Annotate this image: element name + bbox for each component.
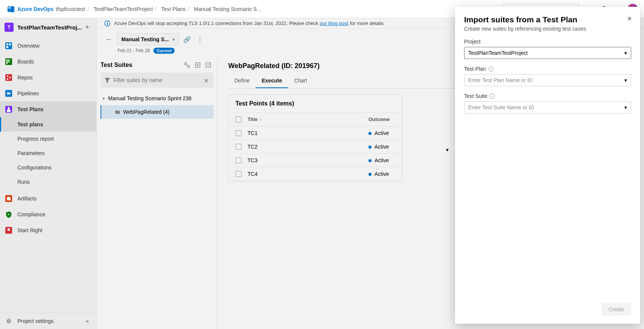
testsuite-dropdown[interactable]: Enter Test Suite Name or ID ▾ [464, 101, 631, 113]
svg-rect-8 [6, 59, 8, 64]
testplan-dropdown[interactable]: Enter Test Plan Name or ID ▾ [464, 74, 631, 86]
row-checkbox[interactable] [235, 144, 242, 150]
more-actions-button[interactable]: ⋮ [195, 35, 204, 44]
chevron-down-icon: ▾ [624, 104, 627, 110]
filter-icon [104, 77, 110, 83]
svg-point-11 [7, 75, 8, 77]
panel-subtitle: Create new suites by referencing existin… [464, 26, 631, 32]
import-panel: ✕ Import suites from a Test Plan Create … [455, 7, 640, 324]
sidebar-item-label: Artifacts [17, 196, 37, 202]
project-row[interactable]: T TestPlanTeamTestProj... + [0, 18, 96, 36]
caret-down-icon: ▾ [103, 96, 108, 101]
chevron-down-icon: ▾ [173, 37, 175, 42]
project-value: TestPlanTeamTestProject [468, 50, 528, 56]
tree-root-node[interactable]: ▾ Manual Testing Scenario Sprint 236 [101, 92, 214, 105]
brand-link[interactable]: Azure DevOps [17, 6, 54, 12]
tree-child-node[interactable]: WebPagRelated (4) [101, 105, 214, 119]
table-row[interactable]: TC1Active [229, 126, 402, 140]
subnav-progress[interactable]: Progress report [0, 132, 96, 146]
subnav-configurations[interactable]: Configurations [0, 160, 96, 175]
azure-devops-logo-icon [6, 5, 14, 13]
column-title[interactable]: Title ↑ [248, 116, 368, 122]
breadcrumb-project[interactable]: TestPlanTeamTestProject [93, 6, 153, 12]
remove-suite-button[interactable] [203, 60, 214, 70]
add-suite-button[interactable] [192, 60, 203, 70]
testplans-icon [5, 105, 13, 113]
row-title: TC1 [248, 130, 368, 136]
subnav-runs[interactable]: Runs [0, 175, 96, 189]
test-suites-panel: Test Suites ✕ ▾ Manual Testing Scenario … [97, 57, 218, 329]
artifacts-icon [5, 194, 13, 203]
dates-text: Feb 21 - Feb 28 [118, 48, 150, 53]
overview-icon [5, 42, 13, 50]
breadcrumb-section[interactable]: Test Plans [161, 6, 186, 12]
row-checkbox[interactable] [235, 171, 242, 177]
filter-input[interactable] [113, 77, 204, 83]
project-settings-link[interactable]: Project settings « [0, 313, 96, 329]
info-icon[interactable]: i [489, 93, 495, 99]
project-name: TestPlanTeamTestProj... [17, 24, 83, 31]
repos-icon [5, 73, 13, 82]
svg-rect-9 [8, 59, 9, 62]
subnav-testplans[interactable]: Test plans [0, 117, 96, 132]
sidebar-item-compliance[interactable]: Compliance [0, 206, 96, 222]
svg-rect-24 [185, 63, 187, 65]
table-row[interactable]: TC3Active [229, 154, 402, 167]
breadcrumb-page[interactable]: Manual Testing Scenario S... [194, 6, 261, 12]
breadcrumb-org[interactable]: tfspfcusctest [56, 6, 85, 12]
copy-link-button[interactable]: 🔗 [183, 35, 192, 44]
pipelines-icon [5, 89, 13, 98]
svg-rect-5 [9, 43, 11, 45]
sidebar-item-repos[interactable]: Repos [0, 70, 96, 85]
sidebar-item-label: Compliance [17, 211, 45, 217]
sidebar-item-boards[interactable]: Boards [0, 54, 96, 70]
row-checkbox[interactable] [235, 130, 242, 136]
add-button[interactable]: + [83, 23, 92, 32]
project-dropdown[interactable]: TestPlanTeamTestProject ▾ [464, 47, 631, 59]
svg-rect-4 [6, 43, 8, 45]
sidebar-item-testplans[interactable]: Test Plans [0, 101, 96, 117]
plan-dropdown[interactable]: Manual Testing S... ▾ [117, 33, 179, 45]
svg-rect-17 [7, 197, 11, 200]
column-title-label: Title [248, 116, 258, 122]
sidebar-item-startright[interactable]: Start Right [0, 222, 96, 238]
row-title: TC3 [248, 157, 368, 163]
row-title: TC4 [248, 171, 368, 177]
clear-icon[interactable]: ✕ [204, 77, 210, 83]
row-outcome: Active [368, 157, 395, 163]
row-outcome: Active [368, 130, 395, 136]
table-row[interactable]: TC2Active [229, 140, 402, 154]
filter-suites-box[interactable]: ✕ [101, 73, 214, 88]
select-all-checkbox[interactable] [235, 116, 242, 123]
row-checkbox[interactable] [235, 157, 242, 163]
notice-link[interactable]: our blog post [320, 20, 348, 26]
chevron-down-icon: ▾ [624, 77, 627, 83]
tab-define[interactable]: Define [228, 74, 255, 88]
info-icon[interactable]: i [488, 66, 494, 71]
create-button[interactable]: Create [602, 303, 631, 315]
sidebar-item-artifacts[interactable]: Artifacts [0, 191, 96, 206]
close-button[interactable]: ✕ [624, 14, 634, 23]
breadcrumb-separator: / [155, 6, 157, 12]
collapse-sidebar-button[interactable]: « [83, 317, 92, 326]
row-title: TC2 [248, 144, 368, 150]
table-row[interactable]: TC4Active [229, 167, 402, 181]
testsuite-label: Test Suite i [464, 93, 631, 99]
column-header-row: Title ↑ Outcome [229, 113, 402, 126]
column-outcome[interactable]: Outcome [368, 116, 395, 122]
expand-all-button[interactable] [182, 60, 192, 70]
svg-rect-3 [5, 42, 12, 49]
status-dot-icon [368, 173, 372, 176]
svg-rect-22 [107, 23, 108, 25]
current-badge: Current [153, 48, 175, 54]
testsuite-label-text: Test Suite [464, 93, 487, 99]
back-button[interactable]: ← [104, 35, 113, 44]
status-dot-icon [368, 132, 372, 135]
sidebar-item-pipelines[interactable]: Pipelines [0, 85, 96, 101]
status-dot-icon [368, 159, 372, 162]
subnav-parameters[interactable]: Parameters [0, 146, 96, 160]
sidebar-item-overview[interactable]: Overview [0, 38, 96, 54]
tab-chart[interactable]: Chart [288, 74, 313, 88]
tab-execute[interactable]: Execute [255, 74, 288, 88]
svg-rect-10 [5, 74, 12, 81]
